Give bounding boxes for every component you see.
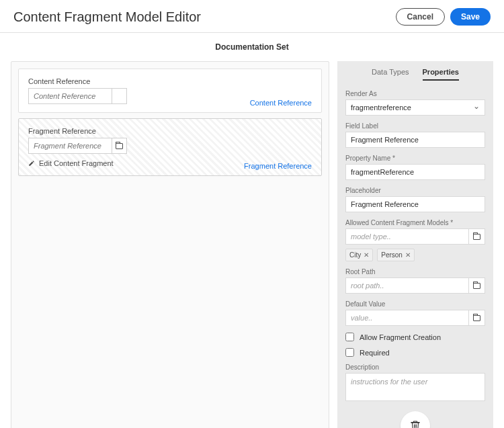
- field-label: Content Reference: [28, 77, 312, 85]
- tag-city: City ✕: [345, 249, 373, 261]
- prop-root-path: Root Path: [345, 268, 485, 294]
- trash-icon: [409, 419, 421, 429]
- render-as-select[interactable]: fragmentreference: [345, 99, 485, 116]
- field-label: Fragment Reference: [28, 127, 312, 135]
- default-value-input[interactable]: [345, 310, 469, 326]
- delete-zone: [345, 411, 485, 428]
- allowed-models-tags: City ✕ Person ✕: [345, 249, 485, 261]
- allow-fragment-creation-row: Allow Fragment Creation: [345, 333, 485, 341]
- prop-description: Description: [345, 363, 485, 403]
- pencil-icon: [28, 160, 35, 167]
- save-button[interactable]: Save: [450, 8, 491, 26]
- render-as-select-wrap: fragmentreference: [345, 99, 485, 116]
- folder-icon: [473, 315, 480, 321]
- property-name-input[interactable]: [345, 164, 485, 180]
- field-card-fragment-reference[interactable]: Fragment Reference Edit Content Fragment…: [18, 118, 322, 176]
- tag-remove-icon[interactable]: ✕: [405, 251, 411, 259]
- side-panel: Data Types Properties Render As fragment…: [337, 61, 493, 428]
- folder-icon: [116, 143, 123, 149]
- fragment-reference-browse-button[interactable]: [112, 138, 127, 154]
- tag-label: City: [349, 251, 361, 259]
- folder-icon: [473, 234, 480, 240]
- field-label-input[interactable]: [345, 132, 485, 148]
- page-title: Content Fragment Model Editor: [13, 9, 201, 25]
- allow-fragment-creation-checkbox[interactable]: [345, 333, 354, 341]
- model-title: Documentation Set: [0, 33, 504, 61]
- tab-properties[interactable]: Properties: [423, 68, 459, 81]
- prop-label: Field Label: [345, 122, 485, 130]
- field-input-row: [28, 138, 312, 154]
- required-label: Required: [360, 349, 390, 357]
- edit-content-fragment-label: Edit Content Fragment: [39, 159, 114, 167]
- prop-allowed-models: Allowed Content Fragment Models * City ✕…: [345, 219, 485, 261]
- fragment-reference-input[interactable]: [28, 138, 112, 154]
- allow-fragment-creation-label: Allow Fragment Creation: [360, 333, 441, 341]
- prop-label: Placeholder: [345, 187, 485, 194]
- description-textarea[interactable]: [345, 373, 485, 401]
- main-layout: Content Reference Content Reference Frag…: [0, 61, 504, 428]
- sidepanel-tabs: Data Types Properties: [345, 68, 485, 81]
- prop-default-value: Default Value: [345, 300, 485, 326]
- prop-label: Root Path: [345, 268, 485, 275]
- prop-render-as: Render As fragmentreference: [345, 90, 485, 116]
- placeholder-input[interactable]: [345, 196, 485, 212]
- prop-label: Property Name *: [345, 155, 485, 162]
- allowed-models-input[interactable]: [345, 228, 469, 245]
- field-card-content-reference[interactable]: Content Reference Content Reference: [18, 69, 322, 113]
- header-actions: Cancel Save: [396, 8, 491, 26]
- tag-label: Person: [381, 251, 403, 259]
- tag-person: Person ✕: [377, 249, 415, 261]
- app-header: Content Fragment Model Editor Cancel Sav…: [0, 0, 504, 33]
- field-type-tag: Fragment Reference: [244, 162, 312, 170]
- canvas-panel: Content Reference Content Reference Frag…: [11, 61, 329, 428]
- root-path-input[interactable]: [345, 277, 469, 294]
- field-type-tag: Content Reference: [250, 99, 312, 107]
- required-row: Required: [345, 348, 485, 357]
- prop-label: Default Value: [345, 300, 485, 308]
- prop-label: Allowed Content Fragment Models *: [345, 219, 485, 226]
- tab-data-types[interactable]: Data Types: [372, 68, 409, 81]
- prop-property-name: Property Name *: [345, 155, 485, 180]
- required-checkbox[interactable]: [345, 348, 354, 357]
- tag-remove-icon[interactable]: ✕: [364, 251, 369, 259]
- content-reference-browse-button[interactable]: [112, 88, 127, 104]
- folder-icon: [473, 283, 480, 289]
- prop-label: Render As: [345, 90, 485, 97]
- content-reference-input[interactable]: [28, 88, 112, 104]
- root-path-browse-button[interactable]: [469, 277, 485, 294]
- cancel-button[interactable]: Cancel: [396, 8, 445, 26]
- prop-label: Description: [345, 363, 485, 371]
- allowed-models-browse-button[interactable]: [469, 228, 485, 245]
- default-value-browse-button[interactable]: [469, 310, 485, 326]
- prop-placeholder: Placeholder: [345, 187, 485, 212]
- delete-button[interactable]: [401, 411, 430, 428]
- prop-field-label: Field Label: [345, 122, 485, 148]
